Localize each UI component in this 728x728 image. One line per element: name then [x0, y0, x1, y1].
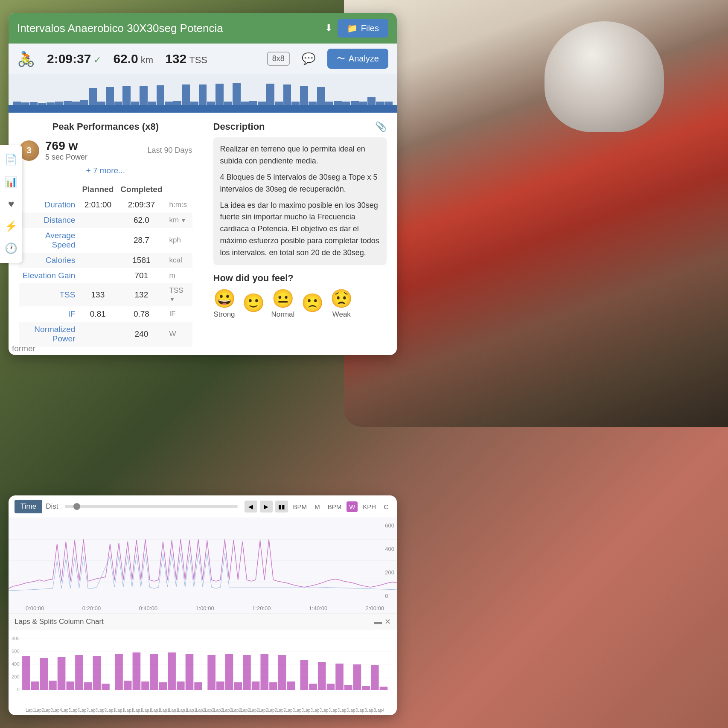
chart-bar [157, 85, 165, 105]
metric-row: Average Speed28.7kph [19, 228, 192, 253]
chart-slider[interactable] [65, 505, 237, 508]
prev-arrow-button[interactable]: ◀ [245, 501, 257, 513]
peak-item: 3 769 w 5 sec Power Last 90 Days [19, 139, 192, 162]
c-metric-button[interactable]: C [381, 501, 391, 512]
feel-emoji: 🙂 [242, 294, 265, 312]
laps-chart-controls: ▬ ✕ [374, 617, 391, 626]
description-box: Realizar en terreno que lo permita ideal… [213, 137, 387, 265]
laps-close-button[interactable]: ✕ [384, 617, 391, 626]
x-label-3: 1:00:00 [195, 605, 214, 612]
w-metric-button[interactable]: W [347, 501, 358, 512]
more-link[interactable]: + 7 more... [19, 166, 192, 175]
chart-bar [89, 88, 97, 105]
svg-rect-29 [168, 652, 176, 690]
laps-x-label: Lap14 [142, 708, 151, 713]
svg-rect-45 [318, 662, 326, 690]
sidebar-document-icon[interactable]: 📄 [0, 149, 22, 171]
sidebar-chart-icon[interactable]: 📊 [0, 171, 22, 193]
feel-option-2[interactable]: 🙂 [242, 294, 265, 314]
svg-rect-31 [186, 654, 194, 690]
time-button[interactable]: Time [15, 500, 42, 513]
svg-rect-32 [194, 682, 202, 690]
metric-unit: TSS ▼ [166, 283, 192, 306]
chart-bar [376, 102, 384, 105]
distance-unit: km [141, 55, 153, 66]
chart-bar [114, 102, 122, 105]
chart-bar [291, 102, 300, 105]
chart-bar [224, 102, 232, 105]
metric-planned [79, 322, 117, 347]
metric-row: Distance62.0km ▼ [19, 213, 192, 228]
laps-x-label: Lap25 [241, 708, 250, 713]
kph-metric-button[interactable]: KPH [360, 501, 379, 512]
clip-icon: 📎 [375, 121, 387, 132]
x-label-0: 0:00:00 [26, 605, 44, 612]
desc-para1: Realizar en terreno que lo permita ideal… [220, 143, 380, 167]
bar-chart-toggle-button[interactable]: ▮▮ [275, 501, 288, 513]
svg-rect-22 [102, 684, 110, 690]
bpm-metric-button[interactable]: BPM [291, 501, 310, 512]
laps-badge: 8x8 [267, 52, 290, 66]
metric-unit: W [166, 322, 192, 347]
chart-bar [351, 101, 359, 105]
feel-option-4[interactable]: 🙁 [301, 294, 323, 314]
partial-cut-text: former [9, 342, 39, 355]
metric-completed: 1581 [117, 253, 166, 268]
duration-value: 2:09:37 [47, 52, 91, 66]
sidebar-heart-icon[interactable]: ♥ [0, 193, 22, 215]
svg-rect-47 [335, 664, 344, 690]
col-header-completed: Completed [117, 182, 166, 197]
sidebar-bolt-icon[interactable]: ⚡ [0, 215, 22, 237]
laps-x-label: Lap37 [348, 708, 357, 713]
dist-button[interactable]: Dist [46, 502, 58, 511]
analyze-button[interactable]: 〜 Analyze [327, 49, 388, 69]
chart-bar [367, 97, 376, 105]
svg-rect-17 [58, 657, 66, 690]
svg-rect-52 [380, 687, 388, 690]
metric-completed: 0.78 [117, 306, 166, 322]
duration-check: ✓ [93, 55, 101, 66]
tss-value: 132 [165, 52, 186, 66]
col-header-empty [19, 182, 79, 197]
files-icon: 📁 [347, 23, 358, 33]
chart-bar [140, 86, 148, 105]
svg-rect-16 [49, 681, 57, 690]
feel-option-1[interactable]: 😀Strong [213, 290, 236, 319]
peak-details: 769 w 5 sec Power [45, 139, 141, 162]
feel-label: Normal [271, 310, 295, 319]
x-label-2: 0:40:00 [139, 605, 157, 612]
chart-bar [64, 101, 72, 105]
metric-completed: 2:09:37 [117, 197, 166, 213]
duration-stat: 2:09:37 ✓ [47, 52, 101, 66]
sidebar-clock-icon[interactable]: 🕐 [0, 237, 22, 259]
dropdown-arrow-icon[interactable]: ▼ [169, 296, 175, 303]
chart-bar [165, 102, 173, 105]
laps-minimize-button[interactable]: ▬ [374, 617, 382, 626]
bpm2-metric-button[interactable]: BPM [325, 501, 344, 512]
chart-bar [317, 87, 325, 105]
m-metric-button[interactable]: M [312, 501, 323, 512]
metric-label: Average Speed [19, 228, 79, 253]
feel-option-3[interactable]: 😐Normal [271, 290, 295, 319]
files-button[interactable]: 📁 Files [338, 19, 388, 38]
chart-base-line [9, 105, 397, 113]
laps-x-label: Lap24 [232, 708, 241, 713]
laps-x-label: Lap22 [214, 708, 223, 713]
cyclist-background [344, 0, 728, 427]
metric-unit: h:m:s [166, 197, 192, 213]
svg-rect-14 [31, 681, 39, 690]
svg-rect-39 [260, 654, 268, 690]
dropdown-arrow-icon[interactable]: ▼ [179, 217, 186, 224]
feel-option-5[interactable]: 😟Weak [330, 290, 352, 319]
laps-x-label: Lap2 [35, 708, 44, 713]
chart-bar [283, 84, 291, 105]
left-panel: Peak Performances (x8) 3 769 w 5 sec Pow… [9, 113, 203, 355]
svg-rect-24 [124, 681, 132, 690]
download-button[interactable]: ⬇ [325, 23, 332, 34]
chat-icon[interactable]: 💬 [302, 52, 315, 65]
peak-timeframe: Last 90 Days [147, 146, 192, 155]
svg-text:800: 800 [12, 636, 20, 641]
chart-bar [233, 83, 241, 105]
distance-value: 62.0 [113, 52, 138, 66]
next-arrow-button[interactable]: ▶ [260, 501, 273, 513]
